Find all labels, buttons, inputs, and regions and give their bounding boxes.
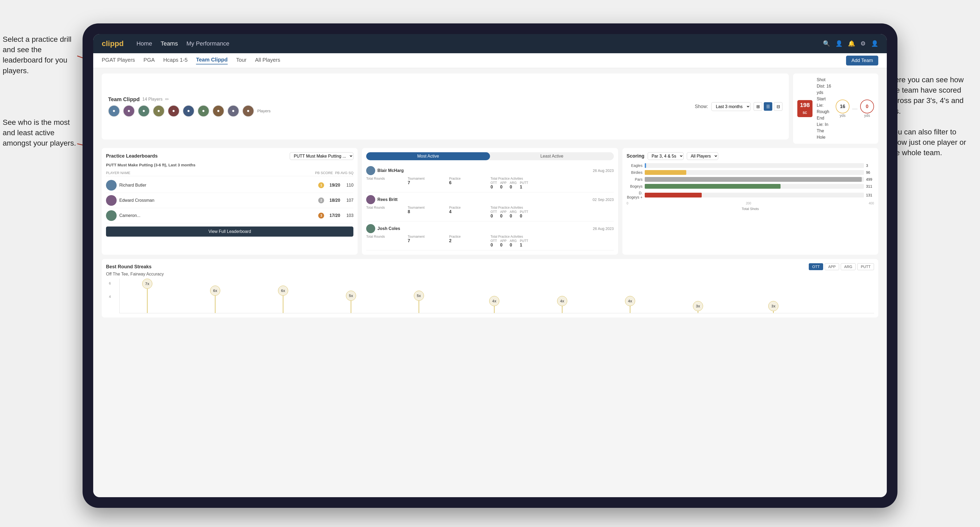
double-bogeys-bar: D. Bogeys + 131 <box>627 191 874 199</box>
streaks-subtitle: Off The Tee, Fairway Accuracy <box>106 272 874 276</box>
activity-name-1: Blair McHarg <box>377 168 591 173</box>
shot-info: Shot Dist: 16 yds Start Lie: Rough End L… <box>817 77 831 141</box>
team-title: Team Clippd <box>108 96 140 103</box>
lb-avatar-3 <box>106 210 117 221</box>
app-filter-button[interactable]: APP <box>825 263 839 270</box>
player-avatar-3: ● <box>138 105 150 117</box>
show-period-select[interactable]: Last 3 months Last 6 months Last year <box>711 102 751 111</box>
activity-name-3: Josh Coles <box>377 226 591 231</box>
navbar: clippd Home Teams My Performance 🔍 👤 🔔 ⚙… <box>93 34 887 53</box>
nav-performance[interactable]: My Performance <box>186 40 229 47</box>
lb-score-3: 17/20 <box>327 213 340 218</box>
lb-avatar-1 <box>106 180 117 190</box>
streaks-chart: 6 4 7x 6x 6x 5x <box>119 279 874 313</box>
y-label-6: 6 <box>109 281 111 285</box>
leaderboard-title: Practice Leaderboards <box>106 153 158 159</box>
drill-subtitle: PUTT Must Make Putting (3-6 ft), Last 3 … <box>106 163 353 167</box>
settings-icon[interactable]: ⚙ <box>861 40 866 47</box>
lb-avatar-2 <box>106 195 117 206</box>
view-full-leaderboard-button[interactable]: View Full Leaderboard <box>106 227 353 237</box>
card-view-button[interactable]: ⊟ <box>774 102 783 111</box>
tablet-frame: clippd Home Teams My Performance 🔍 👤 🔔 ⚙… <box>83 24 897 508</box>
list-view-button[interactable]: ☰ <box>764 102 772 111</box>
total-rounds-label-1: Total Rounds <box>366 177 407 181</box>
lb-row-2: Edward Crossman 2 18/20 107 <box>106 193 353 208</box>
player-avatar-8: ● <box>213 105 224 117</box>
subnav-team-clippd[interactable]: Team Clippd <box>196 57 228 64</box>
player-avatar-6: ● <box>183 105 194 117</box>
activity-stats-1: Total Rounds Tournament 7 Practice 6 <box>366 177 614 189</box>
subnav-pgat[interactable]: PGAT Players <box>102 57 135 64</box>
par-filter-select[interactable]: Par 3, 4 & 5s Par 3s Par 4s Par 5s <box>648 152 684 160</box>
streak-dot-8: 4x <box>625 296 635 313</box>
user-icon[interactable]: 👤 <box>835 40 843 47</box>
activity-date-1: 26 Aug 2023 <box>593 168 614 173</box>
streak-dot-2: 6x <box>210 286 220 313</box>
activity-card-2: Rees Britt 02 Sep 2023 Total Rounds Tour… <box>366 192 614 221</box>
pars-bar: Pars 499 <box>627 177 874 182</box>
player-count: 14 Players <box>142 97 163 102</box>
main-nav: Home Teams My Performance <box>136 40 823 47</box>
lb-score-1: 19/20 <box>327 183 340 187</box>
most-active-tab[interactable]: Most Active <box>366 152 490 160</box>
annotation-top-left: Select a practice drill and see the lead… <box>3 34 77 76</box>
subnav-all-players[interactable]: All Players <box>255 57 280 64</box>
activity-avatar-2 <box>366 195 375 204</box>
lb-avg-3: 103 <box>343 213 353 218</box>
brand-logo: clippd <box>102 40 124 48</box>
subnav-hcaps[interactable]: Hcaps 1-5 <box>163 57 188 64</box>
players-row: ● ● ● ● ● ● ● ● ● ● Players <box>108 105 270 117</box>
streak-dot-5: 5x <box>414 290 424 313</box>
player-filter-select[interactable]: All Players <box>687 152 718 160</box>
practice-leaderboards-panel: Practice Leaderboards PUTT Must Make Put… <box>102 148 358 255</box>
scoring-header: Scoring Par 3, 4 & 5s Par 3s Par 4s Par … <box>627 152 874 160</box>
player-avatar-4: ● <box>153 105 165 117</box>
player-avatar-1: ● <box>108 105 120 117</box>
streak-dot-9: 3x <box>693 301 703 313</box>
team-header-card: Team Clippd 14 Players ✏ ● ● ● ● ● ● ● <box>102 73 789 140</box>
player-avatar-9: ● <box>228 105 239 117</box>
practice-val-1: 6 <box>449 181 490 185</box>
arg-filter-button[interactable]: ARG <box>841 263 856 270</box>
subnav-pga[interactable]: PGA <box>143 57 155 64</box>
bell-icon[interactable]: 🔔 <box>848 40 855 47</box>
show-label: Show: <box>695 104 708 110</box>
edit-team-icon[interactable]: ✏ <box>165 96 169 102</box>
scoring-panel: Scoring Par 3, 4 & 5s Par 3s Par 4s Par … <box>622 148 878 255</box>
activity-date-2: 02 Sep 2023 <box>593 197 614 202</box>
y-label-4: 4 <box>109 295 111 298</box>
streaks-panel: Best Round Streaks OTT APP ARG PUTT Off … <box>102 259 878 317</box>
nav-teams[interactable]: Teams <box>161 40 178 47</box>
streak-dot-1: 7x <box>142 279 152 313</box>
shot-circle-2: 0 <box>860 100 874 113</box>
annotation-right: Here you can see how the team have score… <box>889 75 975 158</box>
bar-axis: 0 200 400 <box>627 202 874 205</box>
shot-card: 198 SC Shot Dist: 16 yds Start Lie: Roug… <box>793 73 878 144</box>
putt-filter-button[interactable]: PUTT <box>857 263 874 270</box>
least-active-tab[interactable]: Least Active <box>490 152 614 160</box>
grid-view-button[interactable]: ⊞ <box>754 102 762 111</box>
leaderboard-header: Practice Leaderboards PUTT Must Make Put… <box>106 152 353 160</box>
lb-avg-2: 107 <box>343 198 353 203</box>
subnav-tour[interactable]: Tour <box>236 57 247 64</box>
main-content: Team Clippd 14 Players ✏ ● ● ● ● ● ● ● <box>93 68 887 497</box>
add-team-button[interactable]: Add Team <box>846 56 878 65</box>
subnav: PGAT Players PGA Hcaps 1-5 Team Clippd T… <box>93 53 887 68</box>
streaks-filters: OTT APP ARG PUTT <box>809 263 874 270</box>
streaks-title: Best Round Streaks <box>106 264 151 270</box>
tournament-val-1: 7 <box>408 181 448 185</box>
activity-card-3: Josh Coles 26 Aug 2023 Total Rounds Tour… <box>366 221 614 251</box>
bogeys-bar: Bogeys 311 <box>627 184 874 189</box>
subnav-right: Add Team <box>846 56 878 65</box>
ott-filter-button[interactable]: OTT <box>809 263 823 270</box>
profile-icon[interactable]: 👤 <box>871 40 878 47</box>
activity-date-3: 26 Aug 2023 <box>593 227 614 231</box>
nav-home[interactable]: Home <box>136 40 152 47</box>
lb-row-3: Cameron... 3 17/20 103 <box>106 208 353 223</box>
player-avatar-7: ● <box>197 105 209 117</box>
streak-dot-10: 3x <box>768 301 778 313</box>
search-icon[interactable]: 🔍 <box>823 40 830 47</box>
lb-header: PLAYER NAME PB SCORE PB AVG SQ <box>106 170 353 176</box>
drill-select[interactable]: PUTT Must Make Putting ... <box>290 152 353 160</box>
medal-gold: 1 <box>318 182 324 188</box>
